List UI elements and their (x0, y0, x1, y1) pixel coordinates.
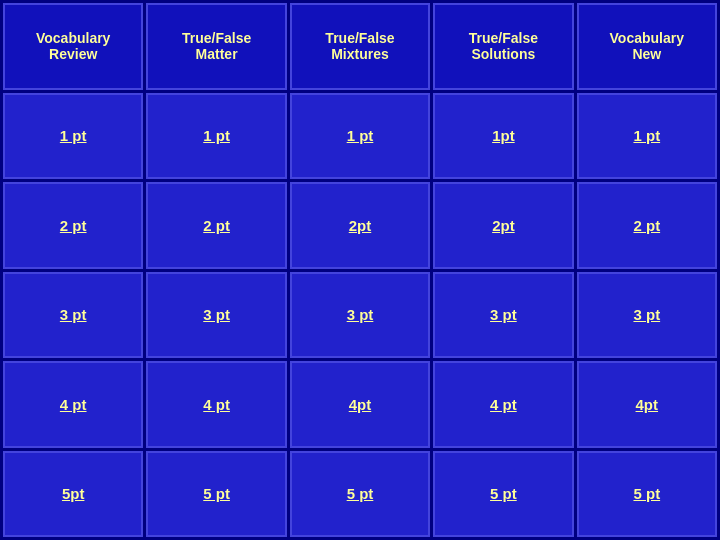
cell-row5-col1[interactable]: 5 pt (146, 451, 286, 538)
cell-row1-col2[interactable]: 1 pt (290, 93, 430, 180)
cell-row2-col3[interactable]: 2pt (433, 182, 573, 269)
cell-row5-col2[interactable]: 5 pt (290, 451, 430, 538)
cell-row3-col4[interactable]: 3 pt (577, 272, 717, 359)
header-col-2: True/False Mixtures (290, 3, 430, 90)
cell-row2-col0[interactable]: 2 pt (3, 182, 143, 269)
cell-row5-col4[interactable]: 5 pt (577, 451, 717, 538)
cell-row5-col3[interactable]: 5 pt (433, 451, 573, 538)
cell-row1-col3[interactable]: 1pt (433, 93, 573, 180)
cell-row3-col1[interactable]: 3 pt (146, 272, 286, 359)
cell-row4-col2[interactable]: 4pt (290, 361, 430, 448)
cell-row3-col0[interactable]: 3 pt (3, 272, 143, 359)
cell-row5-col0[interactable]: 5pt (3, 451, 143, 538)
cell-row3-col2[interactable]: 3 pt (290, 272, 430, 359)
header-col-1: True/False Matter (146, 3, 286, 90)
cell-row1-col4[interactable]: 1 pt (577, 93, 717, 180)
cell-row4-col0[interactable]: 4 pt (3, 361, 143, 448)
cell-row1-col1[interactable]: 1 pt (146, 93, 286, 180)
header-col-3: True/False Solutions (433, 3, 573, 90)
cell-row4-col4[interactable]: 4pt (577, 361, 717, 448)
cell-row2-col4[interactable]: 2 pt (577, 182, 717, 269)
jeopardy-grid: Vocabulary ReviewTrue/False MatterTrue/F… (0, 0, 720, 540)
cell-row1-col0[interactable]: 1 pt (3, 93, 143, 180)
header-col-0: Vocabulary Review (3, 3, 143, 90)
cell-row4-col3[interactable]: 4 pt (433, 361, 573, 448)
cell-row3-col3[interactable]: 3 pt (433, 272, 573, 359)
cell-row4-col1[interactable]: 4 pt (146, 361, 286, 448)
cell-row2-col1[interactable]: 2 pt (146, 182, 286, 269)
cell-row2-col2[interactable]: 2pt (290, 182, 430, 269)
header-col-4: Vocabulary New (577, 3, 717, 90)
